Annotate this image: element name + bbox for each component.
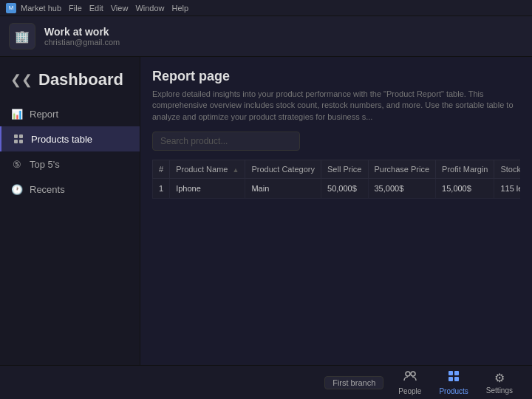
bottom-products-btn[interactable]: Products: [432, 366, 475, 398]
svg-rect-1: [19, 134, 23, 138]
sort-icon-name: ▲: [233, 166, 239, 174]
menu-bar: File Edit View Window Help: [69, 4, 188, 13]
top5s-icon: ⑤: [10, 157, 24, 171]
table-row: 1IphoneMain50,000$35,000$15,000$115 left…: [153, 179, 521, 199]
dashboard-header: ❮❮ Dashboard: [0, 64, 140, 95]
svg-rect-2: [14, 140, 18, 143]
table-icon: [12, 132, 25, 146]
back-arrow-icon[interactable]: ❮❮: [10, 72, 33, 88]
report-icon: 📊: [10, 107, 24, 120]
svg-rect-6: [449, 371, 453, 375]
svg-point-5: [411, 372, 415, 376]
sidebar-item-label-recents: Recents: [30, 184, 65, 195]
app-icon: M: [6, 3, 16, 13]
table-cell: Main: [245, 179, 321, 199]
svg-rect-0: [14, 134, 18, 138]
app-title: Market hub: [21, 4, 61, 13]
menu-file[interactable]: File: [69, 4, 82, 13]
people-label: People: [398, 387, 421, 395]
app-header: 🏢 Work at work christian@gmail.com: [0, 16, 532, 57]
menu-help[interactable]: Help: [172, 4, 189, 13]
table-cell: 50,000$: [321, 179, 368, 199]
table-cell: 115 left: [494, 179, 520, 199]
sidebar-item-label-top5s: Top 5's: [30, 159, 60, 170]
menu-window[interactable]: Window: [135, 4, 164, 13]
svg-rect-8: [449, 377, 453, 381]
content-area: Report page Explore detailed insights in…: [140, 57, 532, 365]
col-profit-margin[interactable]: Profit Margin: [436, 160, 494, 179]
products-label: Products: [439, 387, 468, 395]
table-cell: Iphone: [170, 179, 245, 199]
svg-rect-9: [454, 377, 459, 381]
dashboard-title: Dashboard: [38, 70, 123, 89]
sidebar-item-label-report: Report: [30, 109, 58, 120]
col-product-category[interactable]: Product Category: [245, 160, 321, 179]
col-sell-price[interactable]: Sell Price: [321, 160, 368, 179]
sidebar-item-label-products-table: Products table: [31, 134, 92, 145]
branch-label: First branch: [324, 376, 383, 389]
avatar: 🏢: [9, 23, 35, 50]
table-cell: 1: [153, 179, 170, 199]
col-purchase-price[interactable]: Purchase Price: [368, 160, 436, 179]
recents-icon: 🕐: [10, 183, 24, 196]
people-icon: [403, 369, 417, 386]
company-name: Work at work: [44, 26, 120, 38]
search-input[interactable]: [152, 132, 300, 151]
sidebar: ❮❮ Dashboard 📊 Report Products table ⑤ T…: [0, 57, 140, 365]
settings-icon: ⚙: [494, 371, 505, 385]
bottom-settings-btn[interactable]: ⚙ Settings: [479, 368, 520, 398]
col-stock-count[interactable]: Stock Count: [494, 160, 520, 179]
table-cell: 35,000$: [368, 179, 436, 199]
sidebar-item-top5s[interactable]: ⑤ Top 5's: [0, 151, 140, 177]
col-product-name[interactable]: Product Name ▲: [170, 160, 245, 179]
products-icon: [447, 369, 460, 386]
products-table-wrapper: # Product Name ▲ Product Category Sell P…: [152, 160, 520, 199]
svg-point-4: [406, 372, 410, 376]
settings-label: Settings: [486, 386, 513, 395]
menu-edit[interactable]: Edit: [89, 4, 103, 13]
bottom-people-btn[interactable]: People: [391, 366, 429, 398]
titlebar: M Market hub File Edit View Window Help: [0, 0, 532, 16]
sidebar-item-products-table[interactable]: Products table: [0, 126, 140, 151]
svg-rect-7: [454, 371, 459, 375]
page-description: Explore detailed insights into your prod…: [152, 89, 520, 123]
user-info: Work at work christian@gmail.com: [44, 26, 120, 47]
user-email: christian@gmail.com: [44, 38, 120, 47]
bottom-bar: First branch People Products ⚙ Settings: [0, 365, 532, 399]
table-cell: 15,000$: [436, 179, 494, 199]
main-layout: ❮❮ Dashboard 📊 Report Products table ⑤ T…: [0, 57, 532, 365]
col-num[interactable]: #: [153, 160, 170, 179]
products-table: # Product Name ▲ Product Category Sell P…: [152, 160, 520, 199]
sidebar-item-report[interactable]: 📊 Report: [0, 101, 140, 126]
svg-rect-3: [19, 140, 23, 143]
menu-view[interactable]: View: [111, 4, 129, 13]
sidebar-item-recents[interactable]: 🕐 Recents: [0, 177, 140, 202]
page-title: Report page: [152, 69, 520, 84]
